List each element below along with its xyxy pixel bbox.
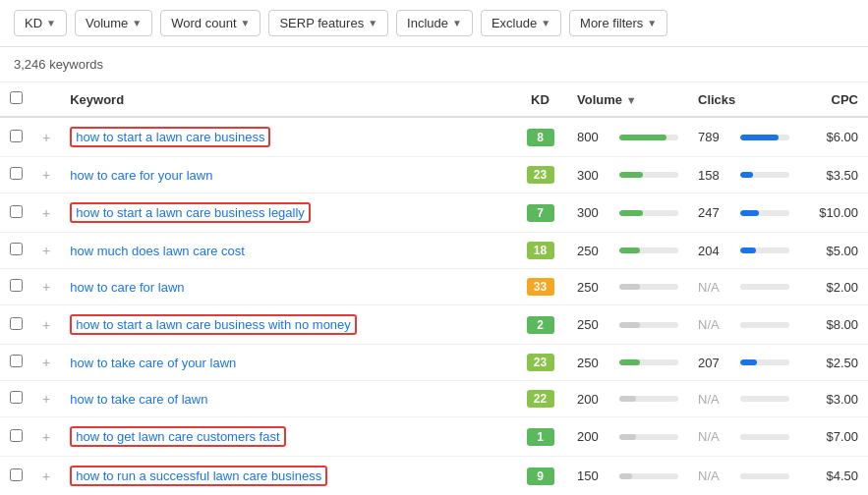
- header-add-cell: [32, 82, 60, 117]
- row-add-cell: +: [32, 193, 60, 233]
- row-checkbox[interactable]: [10, 243, 23, 255]
- more-filters-chevron-icon: ▼: [647, 18, 657, 28]
- row-add-cell: +: [32, 305, 60, 345]
- volume-number: 300: [577, 168, 611, 183]
- volume-number: 800: [577, 130, 611, 144]
- row-checkbox-cell: [0, 381, 32, 417]
- add-keyword-button[interactable]: +: [42, 468, 50, 484]
- row-checkbox[interactable]: [10, 355, 23, 367]
- volume-bar-container: [619, 248, 678, 253]
- clicks-bar-container: [740, 473, 789, 479]
- row-cpc-cell: $7.00: [799, 417, 868, 457]
- add-keyword-button[interactable]: +: [42, 391, 50, 407]
- kd-badge: 1: [527, 428, 554, 446]
- row-checkbox[interactable]: [10, 130, 23, 142]
- add-keyword-button[interactable]: +: [42, 205, 50, 221]
- add-keyword-button[interactable]: +: [42, 355, 50, 370]
- serp-features-filter-button[interactable]: SERP features ▼: [268, 10, 388, 36]
- serp-features-filter-label: SERP features: [279, 16, 364, 30]
- row-kd-cell: 22: [513, 381, 567, 417]
- row-clicks-cell: N/A: [688, 417, 799, 457]
- row-clicks-cell: 158: [688, 157, 799, 193]
- header-kd: KD: [513, 82, 567, 117]
- row-keyword-cell: how to start a lawn care business with n…: [60, 305, 513, 345]
- volume-bar-fill: [619, 434, 636, 440]
- header-checkbox-cell: [0, 82, 32, 117]
- exclude-filter-button[interactable]: Exclude ▼: [481, 10, 561, 36]
- header-keyword: Keyword: [60, 82, 513, 117]
- volume-filter-button[interactable]: Volume ▼: [75, 10, 152, 36]
- clicks-bar-fill: [740, 172, 753, 178]
- row-cpc-cell: $8.00: [799, 305, 868, 345]
- word-count-filter-button[interactable]: Word count ▼: [160, 10, 260, 36]
- table-row: +how to get lawn care customers fast1200…: [0, 417, 868, 457]
- row-keyword-cell: how to take care of lawn: [60, 381, 513, 417]
- keyword-link[interactable]: how much does lawn care cost: [70, 244, 245, 258]
- kd-badge: 8: [527, 129, 554, 146]
- row-checkbox[interactable]: [10, 317, 23, 330]
- row-checkbox[interactable]: [10, 279, 23, 292]
- add-keyword-button[interactable]: +: [42, 130, 50, 145]
- add-keyword-button[interactable]: +: [42, 167, 50, 183]
- keyword-link-boxed[interactable]: how to start a lawn care business with n…: [70, 314, 357, 335]
- word-count-filter-label: Word count: [171, 16, 236, 30]
- volume-number: 300: [577, 205, 611, 220]
- keyword-link[interactable]: how to care for lawn: [70, 280, 184, 295]
- keyword-link-boxed[interactable]: how to start a lawn care business legall…: [70, 202, 311, 223]
- kd-chevron-icon: ▼: [46, 18, 56, 28]
- add-keyword-button[interactable]: +: [42, 429, 50, 445]
- clicks-bar-container: [740, 396, 789, 402]
- add-keyword-button[interactable]: +: [42, 317, 50, 333]
- row-volume-cell: 200: [567, 417, 688, 457]
- volume-bar-fill: [619, 396, 636, 402]
- clicks-number: 207: [698, 356, 732, 370]
- row-checkbox[interactable]: [10, 391, 23, 404]
- kd-filter-button[interactable]: KD ▼: [14, 10, 67, 36]
- kd-badge: 23: [527, 166, 554, 184]
- volume-chevron-icon: ▼: [132, 18, 142, 28]
- select-all-checkbox[interactable]: [10, 91, 23, 104]
- volume-bar-container: [619, 359, 678, 365]
- row-volume-cell: 250: [567, 345, 688, 381]
- row-checkbox-cell: [0, 305, 32, 345]
- keyword-link-boxed[interactable]: how to start a lawn care business: [70, 127, 270, 147]
- clicks-bar-fill: [740, 359, 757, 365]
- table-row: +how to start a lawn care business with …: [0, 305, 868, 345]
- table-row: +how to take care of your lawn23250207$2…: [0, 345, 868, 381]
- row-checkbox[interactable]: [10, 429, 23, 442]
- keyword-link-boxed[interactable]: how to run a successful lawn care busine…: [70, 466, 327, 486]
- clicks-number: N/A: [698, 317, 732, 332]
- volume-bar-fill: [619, 322, 640, 328]
- more-filters-button[interactable]: More filters ▼: [569, 10, 667, 36]
- row-add-cell: +: [32, 233, 60, 269]
- kd-badge: 7: [527, 204, 554, 222]
- include-filter-button[interactable]: Include ▼: [396, 10, 473, 36]
- keyword-link-boxed[interactable]: how to get lawn care customers fast: [70, 426, 285, 447]
- add-keyword-button[interactable]: +: [42, 279, 50, 295]
- row-keyword-cell: how to care for your lawn: [60, 157, 513, 193]
- volume-bar-container: [619, 396, 678, 402]
- row-keyword-cell: how to get lawn care customers fast: [60, 417, 513, 457]
- volume-bar-container: [619, 210, 678, 216]
- row-checkbox[interactable]: [10, 167, 23, 180]
- clicks-number: 204: [698, 244, 732, 258]
- row-add-cell: +: [32, 269, 60, 305]
- row-volume-cell: 300: [567, 193, 688, 233]
- keyword-link[interactable]: how to take care of your lawn: [70, 356, 236, 370]
- cpc-value: $6.00: [826, 130, 858, 144]
- volume-bar-fill: [619, 473, 632, 479]
- row-checkbox-cell: [0, 157, 32, 193]
- table-row: +how much does lawn care cost18250204$5.…: [0, 233, 868, 269]
- row-checkbox[interactable]: [10, 205, 23, 218]
- keyword-link[interactable]: how to care for your lawn: [70, 168, 212, 183]
- row-volume-cell: 150: [567, 457, 688, 496]
- table-row: +how to start a lawn care business legal…: [0, 193, 868, 233]
- row-kd-cell: 1: [513, 417, 567, 457]
- exclude-chevron-icon: ▼: [541, 18, 550, 28]
- clicks-bar-container: [740, 248, 789, 253]
- keyword-link[interactable]: how to take care of lawn: [70, 392, 207, 407]
- add-keyword-button[interactable]: +: [42, 243, 50, 258]
- row-checkbox[interactable]: [10, 468, 23, 481]
- clicks-number: 789: [698, 130, 732, 144]
- header-volume[interactable]: Volume ▼: [567, 82, 688, 117]
